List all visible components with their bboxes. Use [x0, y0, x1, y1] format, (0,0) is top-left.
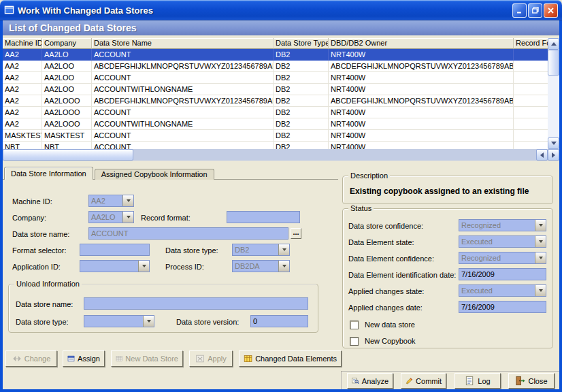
- status-combo-value: Executed: [459, 236, 535, 247]
- table-cell: DB2: [274, 72, 329, 84]
- unload-data-store-type-combo[interactable]: [84, 315, 154, 327]
- status-row: Data Element identification date:7/16/20…: [348, 267, 548, 284]
- status-field[interactable]: 7/16/2009: [459, 268, 546, 280]
- table-row[interactable]: AA2AA2LOOOACCOUNTDB2NRT400W: [3, 107, 548, 118]
- status-row: Applied changes state:Executed: [348, 284, 548, 300]
- status-label: Data Element identification date:: [348, 271, 456, 279]
- format-selector-label: Format selector:: [12, 246, 66, 255]
- chevron-down-icon[interactable]: [535, 252, 546, 263]
- scroll-up-button[interactable]: [548, 38, 559, 50]
- close-action-button[interactable]: Close: [508, 373, 555, 389]
- table-row[interactable]: MASKTESTMASKTESTACCOUNTDB2NRT400W: [3, 130, 548, 142]
- unload-group-title: Unload Information: [14, 280, 82, 289]
- chevron-down-icon[interactable]: [535, 285, 546, 296]
- column-header[interactable]: Record Fo: [514, 38, 548, 49]
- chevron-down-icon[interactable]: [122, 195, 133, 206]
- table-cell: DB2: [274, 84, 329, 95]
- scroll-left-button[interactable]: [536, 149, 548, 161]
- apply-button[interactable]: Apply: [189, 350, 233, 367]
- table-cell: ACCOUNTWITHLONGNAME: [92, 118, 274, 130]
- tab-strip: Data Store Information Assigned Copybook…: [4, 167, 216, 180]
- scroll-right-button[interactable]: [548, 149, 559, 161]
- table-row[interactable]: AA2AA2LOOABCDEFGHIJKLMNOPQRSTUVWXYZ01234…: [3, 61, 548, 72]
- horizontal-scrollbar[interactable]: [3, 149, 559, 161]
- browse-button[interactable]: ...: [291, 228, 301, 239]
- application-id-combo[interactable]: [80, 260, 150, 272]
- column-header[interactable]: Machine ID: [3, 38, 42, 49]
- tab-data-store-information[interactable]: Data Store Information: [4, 167, 93, 180]
- changed-data-elements-button[interactable]: Changed Data Elements: [239, 350, 342, 367]
- data-store-type-combo[interactable]: DB2: [232, 244, 290, 256]
- analyze-button[interactable]: Analyze: [347, 373, 393, 389]
- column-header[interactable]: DBD/DB2 Owner: [329, 38, 514, 49]
- log-icon: [465, 376, 475, 386]
- machine-id-combo[interactable]: AA2: [88, 195, 134, 207]
- status-combo[interactable]: Executed: [459, 284, 546, 297]
- table-row[interactable]: AA2AA2LOOACCOUNTWITHLONGNAMEDB2NRT400W: [3, 84, 548, 95]
- close-button[interactable]: [544, 3, 558, 18]
- checkbox[interactable]: [350, 337, 359, 346]
- data-store-version-field[interactable]: 0: [250, 315, 308, 327]
- chevron-down-icon[interactable]: [122, 212, 133, 223]
- table-row[interactable]: AA2AA2LOACCOUNTDB2NRT400W: [3, 49, 548, 61]
- table-cell: ABCDEFGHIJKLMNOPQRSTUVWXYZ0123456789ABC: [329, 61, 514, 72]
- tab-assigned-copybook-information[interactable]: Assigned Copybook Information: [95, 169, 214, 180]
- minimize-button[interactable]: [512, 3, 527, 18]
- record-format-field[interactable]: [227, 211, 300, 223]
- window-icon: [4, 5, 14, 16]
- table-cell: AA2: [3, 107, 42, 118]
- column-header[interactable]: Company: [42, 38, 92, 49]
- new-data-store-button[interactable]: New Data Store: [111, 350, 183, 367]
- scroll-down-button[interactable]: [548, 137, 559, 149]
- checkbox[interactable]: [350, 321, 359, 329]
- change-button[interactable]: Change: [5, 350, 57, 367]
- column-header[interactable]: Data Store Type: [274, 38, 329, 49]
- table-row[interactable]: AA2AA2LOOACCOUNTDB2NRT400W: [3, 72, 548, 84]
- chevron-down-icon[interactable]: [143, 316, 154, 327]
- maximize-button[interactable]: [528, 3, 542, 18]
- chevron-down-icon[interactable]: [278, 244, 289, 255]
- table-cell: ACCOUNT: [92, 107, 274, 118]
- status-row: Data store confidence:Recognized: [348, 218, 548, 235]
- table-row[interactable]: AA2AA2LOOOACCOUNTWITHLONGNAMEDB2NRT400W: [3, 118, 548, 130]
- assign-button[interactable]: Assign: [63, 350, 105, 367]
- vertical-scroll-thumb[interactable]: [548, 50, 559, 76]
- data-store-name-field[interactable]: ACCOUNT: [88, 227, 288, 240]
- process-id-combo[interactable]: DB2DA: [232, 260, 290, 272]
- status-combo[interactable]: Executed: [459, 235, 546, 248]
- unload-data-store-name-field[interactable]: [84, 297, 308, 310]
- window-border-bottom: [0, 389, 562, 392]
- window-border-right: [559, 20, 562, 392]
- status-combo[interactable]: Recognized: [459, 219, 546, 231]
- data-store-version-label: Data store version:: [176, 318, 239, 327]
- column-header[interactable]: Data Store Name: [92, 38, 274, 49]
- table-cell: NBT: [42, 142, 92, 149]
- company-label: Company:: [12, 214, 46, 223]
- table-row[interactable]: NBTNBTACCOUNTDB2NRT400W: [3, 142, 548, 149]
- chevron-down-icon[interactable]: [535, 236, 546, 247]
- horizontal-scroll-thumb[interactable]: [3, 149, 133, 161]
- status-row: Applied changes date:7/16/2009: [348, 300, 548, 316]
- commit-button[interactable]: Commit: [401, 373, 446, 389]
- company-value: AA2LO: [89, 212, 122, 223]
- status-field[interactable]: 7/16/2009: [459, 301, 546, 313]
- format-selector-field[interactable]: [80, 244, 150, 256]
- table-cell: NRT400W: [329, 72, 514, 84]
- unload-data-store-type-label: Data store type:: [16, 318, 69, 327]
- table-cell: MASKTEST: [42, 130, 92, 142]
- status-combo[interactable]: Recognized: [459, 252, 546, 264]
- status-label: Applied changes state:: [348, 287, 424, 295]
- chevron-down-icon[interactable]: [138, 261, 149, 272]
- log-button[interactable]: Log: [454, 373, 501, 389]
- table-cell: AA2: [3, 61, 42, 72]
- chevron-down-icon[interactable]: [535, 220, 546, 231]
- title-bar[interactable]: Work With Changed Data Stores: [0, 0, 562, 20]
- status-group: Status Data store confidence:RecognizedD…: [342, 208, 553, 348]
- chevron-down-icon[interactable]: [278, 261, 289, 272]
- record-format-label: Record format:: [141, 214, 191, 223]
- table-cell: ABCDEFGHIJKLMNOPQRSTUVWXYZ0123456789ABC: [92, 95, 274, 107]
- table-row[interactable]: AA2AA2LOOOABCDEFGHIJKLMNOPQRSTUVWXYZ0123…: [3, 95, 548, 107]
- vertical-scrollbar[interactable]: [548, 38, 559, 149]
- company-combo[interactable]: AA2LO: [88, 211, 134, 223]
- data-store-type-value: DB2: [233, 244, 278, 255]
